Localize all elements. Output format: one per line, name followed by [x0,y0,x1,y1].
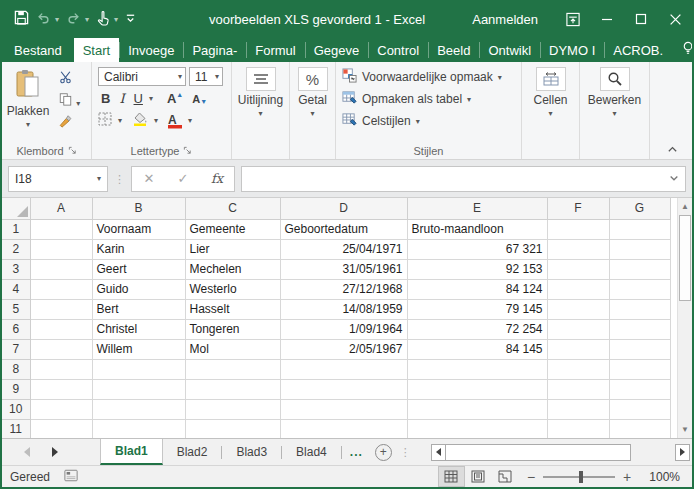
fill-color-dropdown-icon[interactable]: ▾ [154,116,158,125]
clipboard-dialog-launcher-icon[interactable] [68,145,77,157]
vertical-scrollbar[interactable]: ▲ ▼ [677,198,692,438]
row-header-4[interactable]: 4 [2,279,30,299]
row-header-11[interactable]: 11 [2,419,30,438]
tab-dymo-i[interactable]: DYMO I [540,38,604,62]
cell-E1[interactable]: Bruto-maandloon [407,219,547,239]
column-header-E[interactable]: E [407,198,547,219]
column-header-B[interactable]: B [92,198,185,219]
tab-control[interactable]: Control [368,38,428,62]
cell-B5[interactable]: Bert [92,299,185,319]
cell-F8[interactable] [547,359,609,379]
cell-D9[interactable] [280,379,407,399]
cell-B8[interactable] [92,359,185,379]
cell-E10[interactable] [407,399,547,419]
italic-button[interactable]: I [116,91,127,106]
format-painter-icon[interactable] [58,114,80,131]
cell-D3[interactable]: 31/05/1961 [280,259,407,279]
collapse-ribbon-icon[interactable] [667,144,678,155]
tab-bestand[interactable]: Bestand [2,38,74,62]
cell-F3[interactable] [547,259,609,279]
column-header-G[interactable]: G [609,198,670,219]
row-header-5[interactable]: 5 [2,299,30,319]
cell-C6[interactable]: Tongeren [185,319,280,339]
new-sheet-button[interactable]: + [375,444,392,461]
row-header-1[interactable]: 1 [2,219,30,239]
tab-beeld[interactable]: Beeld [428,38,479,62]
cell-F10[interactable] [547,399,609,419]
font-size-select[interactable]: 11▾ [189,67,223,86]
number-button[interactable]: % Getal ▾ [290,65,335,118]
cell-G2[interactable] [609,239,670,259]
cell-B9[interactable] [92,379,185,399]
column-header-C[interactable]: C [185,198,280,219]
row-header-6[interactable]: 6 [2,319,30,339]
cell-styles-button[interactable]: Celstijlen ▾ [336,109,521,131]
ribbon-display-options-icon[interactable] [556,0,590,38]
cell-F4[interactable] [547,279,609,299]
cell-A11[interactable] [30,419,92,438]
customize-qat-icon[interactable] [125,12,136,27]
cell-E11[interactable] [407,419,547,438]
cell-G4[interactable] [609,279,670,299]
cell-F11[interactable] [547,419,609,438]
row-header-2[interactable]: 2 [2,239,30,259]
cell-F6[interactable] [547,319,609,339]
cell-E4[interactable]: 84 124 [407,279,547,299]
page-layout-view-button[interactable] [465,466,492,487]
cell-E5[interactable]: 79 145 [407,299,547,319]
cell-B2[interactable]: Karin [92,239,185,259]
redo-dropdown-icon[interactable]: ▾ [85,15,89,24]
cell-C2[interactable]: Lier [185,239,280,259]
tab-start[interactable]: Start [74,38,119,62]
sheet-tab-blad2[interactable]: Blad2 [163,439,222,465]
sheet-tab-blad4[interactable]: Blad4 [282,439,341,465]
cell-C4[interactable]: Westerlo [185,279,280,299]
formula-input[interactable] [241,166,686,192]
cell-D4[interactable]: 27/12/1968 [280,279,407,299]
column-header-F[interactable]: F [547,198,609,219]
cell-B6[interactable]: Christel [92,319,185,339]
cell-D5[interactable]: 14/08/1959 [280,299,407,319]
cell-C7[interactable]: Mol [185,339,280,359]
cell-D6[interactable]: 1/09/1964 [280,319,407,339]
undo-dropdown-icon[interactable]: ▾ [55,15,59,24]
more-sheets-button[interactable]: ... [342,439,371,465]
cell-A3[interactable] [30,259,92,279]
borders-dropdown-icon[interactable]: ▾ [118,116,122,125]
zoom-out-button[interactable]: − [519,469,543,485]
zoom-level[interactable]: 100% [639,470,692,484]
cell-A10[interactable] [30,399,92,419]
cell-D10[interactable] [280,399,407,419]
tab-uitleg[interactable]: Uitleg [672,38,694,62]
copy-dropdown-icon[interactable]: ▾ [76,99,80,108]
fill-color-icon[interactable] [132,112,148,129]
cell-G3[interactable] [609,259,670,279]
cell-A1[interactable] [30,219,92,239]
sheet-tab-blad1[interactable]: Blad1 [100,439,163,465]
cell-B4[interactable]: Guido [92,279,185,299]
cell-A9[interactable] [30,379,92,399]
insert-function-icon[interactable]: fx [200,171,234,186]
cell-C1[interactable]: Gemeente [185,219,280,239]
cell-D8[interactable] [280,359,407,379]
touch-mode-icon[interactable] [96,10,110,29]
cell-C3[interactable]: Mechelen [185,259,280,279]
cell-G7[interactable] [609,339,670,359]
touch-mode-dropdown-icon[interactable]: ▾ [114,15,118,24]
cell-D1[interactable]: Geboortedatum [280,219,407,239]
tab-acrob[interactable]: ACROB. [604,38,672,62]
bold-button[interactable]: B [98,91,113,106]
select-all-button[interactable] [2,198,30,219]
underline-dropdown-icon[interactable]: ▾ [149,94,153,103]
row-header-7[interactable]: 7 [2,339,30,359]
horizontal-scroll-thumb[interactable] [446,444,631,461]
cell-G11[interactable] [609,419,670,438]
row-header-8[interactable]: 8 [2,359,30,379]
name-box-dropdown-icon[interactable]: ▾ [97,174,101,183]
cell-F2[interactable] [547,239,609,259]
cell-A8[interactable] [30,359,92,379]
previous-sheet-icon[interactable] [24,447,30,457]
scroll-up-icon[interactable]: ▲ [678,198,692,215]
tab-formul[interactable]: Formul [246,38,304,62]
scroll-right-icon[interactable] [675,444,690,461]
